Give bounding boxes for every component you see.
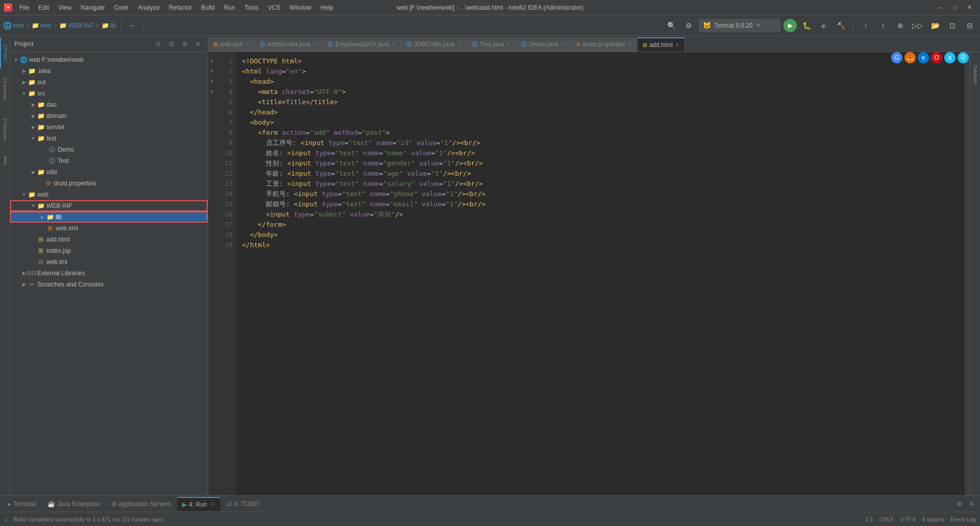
structure-sidebar-icon[interactable]: Z-Structure — [0, 109, 10, 150]
database-icon[interactable]: Database — [970, 54, 981, 95]
toggle-domain[interactable]: ▶ — [30, 112, 37, 119]
minimize-button[interactable]: ─ — [934, 3, 947, 13]
jdbcutils-tab-close[interactable]: ✕ — [457, 41, 461, 48]
files-button[interactable]: 📂 — [928, 18, 942, 33]
addservlet-tab-close[interactable]: ✕ — [312, 41, 317, 48]
collapse-button[interactable]: ⊟ — [963, 18, 977, 33]
code-editor[interactable]: <!DOCTYPE html> <html lang="en"> <head> … — [236, 52, 965, 495]
debug-button[interactable]: 🐛 — [800, 19, 813, 32]
settings-button[interactable]: ⚙ — [681, 18, 696, 33]
breadcrumb-web2[interactable]: web — [40, 22, 52, 29]
tree-item-scratches[interactable]: ▶ ✏ Scratches and Consoles — [10, 279, 208, 290]
breadcrumb-lib[interactable]: lib — [110, 22, 116, 29]
toggle-web-root[interactable]: ▼ — [12, 56, 19, 63]
tree-item-druid[interactable]: ⚙ druid.properties — [10, 178, 208, 189]
tree-item-addhtml[interactable]: ⊞ add.html — [10, 234, 208, 245]
druid-tab-close[interactable]: ✕ — [627, 41, 632, 48]
firefox-icon[interactable]: 🦊 — [904, 52, 916, 63]
fold-7[interactable]: ▼ — [208, 77, 215, 87]
tree-item-out[interactable]: ▶ 📁 out — [10, 77, 208, 88]
event-log[interactable]: Event Log — [950, 516, 976, 522]
right-scroll-bar[interactable] — [965, 52, 970, 495]
back-button[interactable]: ← — [125, 18, 139, 33]
menu-run[interactable]: Run — [220, 3, 239, 12]
menu-analyze[interactable]: Analyze — [134, 3, 164, 12]
menu-refactor[interactable]: Refactor — [165, 3, 196, 12]
tab-jdbcutils[interactable]: Ⓒ JDBCUtils.java ✕ — [401, 37, 467, 52]
toggle-web[interactable]: ▼ — [20, 191, 28, 198]
tree-item-src[interactable]: ▼ 📁 src — [10, 88, 208, 99]
find-button[interactable]: ⊕ — [893, 18, 908, 33]
tab-testjava[interactable]: Ⓒ Test.java ✕ — [467, 37, 516, 52]
toggle-servlet[interactable]: ▶ — [30, 124, 37, 131]
fold-8[interactable]: ▼ — [208, 87, 215, 97]
tab-employeedao[interactable]: Ⓒ EmployeeDAO.java ✕ — [323, 37, 401, 52]
run-button[interactable]: ▶ — [783, 19, 797, 32]
database-panel[interactable]: Database — [970, 52, 980, 495]
toggle-test[interactable]: ▼ — [30, 135, 37, 142]
todo-tab[interactable]: ☑ 6: TODO — [222, 497, 264, 511]
run-configuration[interactable]: 🐱 Tomcat 9.0.20 ▼ — [699, 19, 780, 32]
menu-help[interactable]: Help — [316, 3, 337, 12]
profile-button[interactable]: ◈ — [816, 18, 830, 33]
tree-item-test[interactable]: ▼ 📁 test — [10, 133, 208, 144]
settings-panel-button[interactable]: ⚙ — [179, 38, 190, 50]
menu-window[interactable]: Window — [285, 3, 315, 12]
toggle-utils[interactable]: ▶ — [30, 169, 37, 176]
expand-button[interactable]: ⊡ — [945, 18, 960, 33]
toggle-lib[interactable]: ▶ — [39, 213, 46, 221]
tab-addhtml[interactable]: ⊞ add.html ✕ — [638, 37, 685, 52]
menu-vcs[interactable]: VCS — [264, 3, 285, 12]
demojava-tab-close[interactable]: ✕ — [560, 41, 565, 48]
tree-item-web-root[interactable]: ▼ 🌐 web F:\newbee\web — [10, 54, 208, 65]
tree-item-dao[interactable]: ▶ 📁 dao — [10, 99, 208, 110]
tree-item-indexjsp[interactable]: ⊞ index.jsp — [10, 245, 208, 256]
opera-icon[interactable]: O — [931, 52, 942, 63]
chrome-icon[interactable]: G — [891, 52, 902, 63]
tree-item-domain[interactable]: ▶ 📁 domain — [10, 110, 208, 122]
project-sidebar-icon[interactable]: 1:Project — [0, 38, 10, 68]
testjava-tab-close[interactable]: ✕ — [506, 41, 510, 48]
line-separator[interactable]: CRLF — [879, 516, 894, 522]
encoding[interactable]: UTF-8 — [900, 516, 916, 522]
toggle-dao[interactable]: ▶ — [30, 101, 37, 108]
terminal-tab[interactable]: ▸ Terminal — [3, 497, 41, 511]
close-panel-button[interactable]: ✕ — [192, 38, 204, 50]
tab-webxml[interactable]: ⊞ web.xml ✕ — [208, 37, 255, 52]
menu-view[interactable]: View — [54, 3, 76, 12]
build-button[interactable]: 🔨 — [834, 18, 848, 33]
cursor-position[interactable]: 1:1 — [865, 516, 873, 522]
tab-addservlet[interactable]: Ⓒ AddServlet.java ✕ — [255, 37, 323, 52]
webxml-tab-close[interactable]: ✕ — [244, 41, 249, 48]
menu-tools[interactable]: Tools — [240, 3, 263, 12]
close-bottom-panel[interactable]: ✕ — [966, 498, 977, 510]
toggle-src[interactable]: ▼ — [20, 90, 28, 97]
tree-item-webiml[interactable]: ⊟ web.iml — [10, 256, 208, 268]
menu-code[interactable]: Code — [110, 3, 133, 12]
fold-2[interactable]: ▼ — [208, 56, 215, 66]
favorites-sidebar-icon[interactable]: 2:Favorites — [0, 68, 10, 109]
menu-navigate[interactable]: Navigate — [77, 3, 109, 12]
indent-settings[interactable]: 4 spaces — [922, 516, 944, 522]
settings-panel-icon[interactable]: ⚙ — [953, 498, 965, 510]
menu-build[interactable]: Build — [197, 3, 219, 12]
tree-item-test-java[interactable]: Ⓒ Test — [10, 155, 208, 166]
ie-icon[interactable]: e — [944, 52, 955, 63]
toggle-scratches[interactable]: ▶ — [20, 281, 28, 288]
tree-item-lib[interactable]: ▶ 📁 lib — [10, 211, 208, 223]
run-tab-close[interactable]: ✕ — [211, 501, 215, 508]
tree-item-extlibs[interactable]: ▶ ⊟⊟ External Libraries — [10, 268, 208, 279]
tab-demojava[interactable]: Ⓒ Demo.java ✕ — [516, 37, 570, 52]
employeedao-tab-close[interactable]: ✕ — [391, 41, 396, 48]
menu-edit[interactable]: Edit — [34, 3, 53, 12]
maximize-button[interactable]: □ — [948, 3, 962, 13]
addhtml-tab-close[interactable]: ✕ — [675, 42, 679, 49]
app-servers-tab[interactable]: ⊞ Application Servers — [106, 497, 176, 511]
toggle-idea[interactable]: ▶ — [20, 67, 28, 75]
tab-druid[interactable]: ⚙ druid.properties ✕ — [571, 37, 638, 52]
tree-item-utils[interactable]: ▶ 📁 utils — [10, 166, 208, 178]
close-button[interactable]: ✕ — [963, 3, 976, 13]
tree-item-webinf[interactable]: ▼ 📁 WEB-INF — [10, 200, 208, 211]
breadcrumb-webinf[interactable]: WEB-INF — [68, 22, 94, 29]
menu-file[interactable]: File — [15, 3, 33, 12]
